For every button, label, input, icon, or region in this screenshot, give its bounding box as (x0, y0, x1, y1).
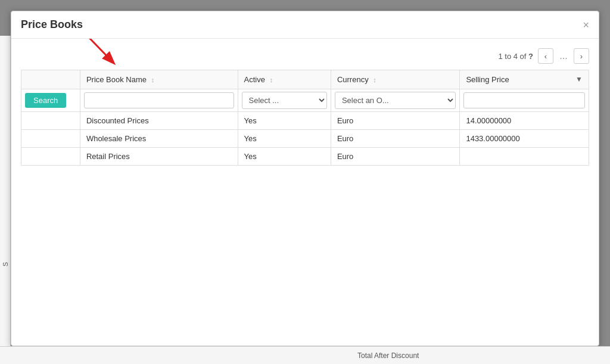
row3-currency: Euro (331, 148, 460, 166)
filter-active-select[interactable]: Select ... (242, 92, 327, 109)
table-row[interactable]: Discounted Prices Yes Euro 14.00000000 (21, 112, 589, 130)
col-header-price[interactable]: Selling Price ▼ (460, 70, 589, 89)
filter-search-cell: Search (21, 89, 80, 112)
row3-active: Yes (238, 148, 331, 166)
sort-currency-icon: ↕ (373, 76, 376, 83)
filter-price-cell (460, 89, 589, 112)
overlay: S Price Books × 1 to 4 of ? ‹ … › (0, 0, 610, 364)
sort-active-icon: ↕ (270, 76, 273, 83)
next-page-button[interactable]: › (574, 48, 589, 64)
col-header-currency[interactable]: Currency ↕ (331, 70, 460, 89)
table-body: Discounted Prices Yes Euro 14.00000000 W… (21, 112, 589, 166)
table-row[interactable]: Wholesale Prices Yes Euro 1433.00000000 (21, 130, 589, 148)
row3-name: Retail Prices (80, 148, 238, 166)
sort-name-icon: ↕ (151, 76, 155, 83)
filter-row: Search Select ... Select an O. (21, 89, 589, 112)
search-button[interactable]: Search (25, 93, 66, 108)
filter-name-cell (80, 89, 238, 112)
modal-body: 1 to 4 of ? ‹ … › Price Book Name ↕ (11, 39, 599, 346)
row1-price: 14.00000000 (460, 112, 589, 130)
row1-currency: Euro (331, 112, 460, 130)
pagination-range: 1 to 4 of ? (498, 52, 533, 61)
table-header-row: Price Book Name ↕ Active ↕ Currency ↕ (21, 70, 589, 89)
filter-active-cell: Select ... (238, 89, 331, 112)
modal-header: Price Books × (11, 11, 599, 39)
modal-dialog: Price Books × 1 to 4 of ? ‹ … › (11, 11, 599, 346)
filter-name-input[interactable] (84, 92, 234, 108)
row1-check (21, 112, 80, 130)
row3-price (460, 148, 589, 166)
page-ellipsis: … (556, 48, 571, 64)
left-panel-label: S (2, 262, 9, 266)
price-books-table: Price Book Name ↕ Active ↕ Currency ↕ (21, 70, 589, 166)
close-button[interactable]: × (583, 20, 589, 30)
row1-active: Yes (238, 112, 331, 130)
row2-check (21, 130, 80, 148)
row1-name: Discounted Prices (80, 112, 238, 130)
col-header-active[interactable]: Active ↕ (238, 70, 331, 89)
filter-currency-cell: Select an O... (331, 89, 460, 112)
col-header-name[interactable]: Price Book Name ↕ (80, 70, 238, 89)
modal-title: Price Books (21, 18, 83, 31)
row2-active: Yes (238, 130, 331, 148)
pagination-bar: 1 to 4 of ? ‹ … › (21, 45, 589, 70)
filter-currency-select[interactable]: Select an O... (335, 92, 456, 109)
bottom-bar: Total After Discount (0, 346, 610, 364)
left-panel: S (0, 36, 11, 346)
table-row[interactable]: Retail Prices Yes Euro (21, 148, 589, 166)
filter-price-input[interactable] (463, 92, 585, 108)
bottom-bar-label: Total After Discount (357, 351, 419, 360)
row2-price: 1433.00000000 (460, 130, 589, 148)
row3-check (21, 148, 80, 166)
row2-name: Wholesale Prices (80, 130, 238, 148)
sort-price-icon: ▼ (575, 75, 583, 83)
row2-currency: Euro (331, 130, 460, 148)
prev-page-button[interactable]: ‹ (538, 48, 553, 64)
col-header-check (21, 70, 80, 89)
